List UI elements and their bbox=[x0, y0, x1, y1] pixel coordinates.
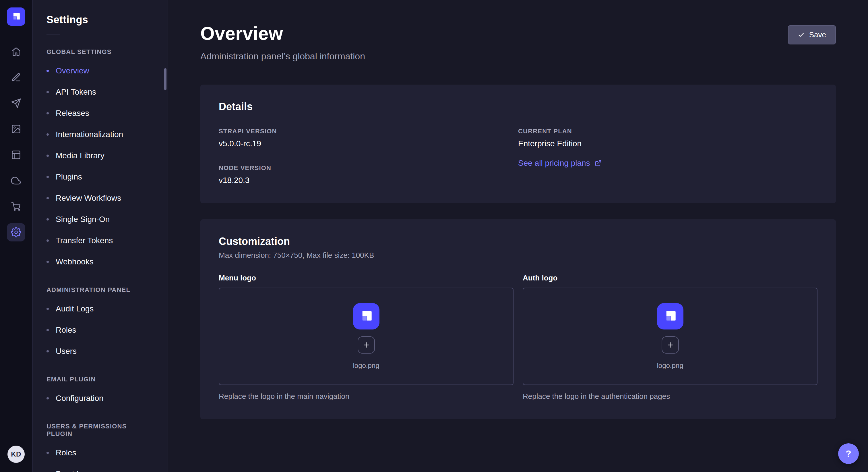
settings-nav-up-providers[interactable]: Providers bbox=[33, 463, 167, 472]
check-icon bbox=[798, 32, 805, 38]
menu-logo-caption: Replace the logo in the main navigation bbox=[219, 392, 514, 401]
section-users-permissions-plugin: USERS & PERMISSIONS PLUGIN bbox=[33, 409, 167, 442]
marketplace-icon bbox=[11, 201, 21, 212]
customization-card: Customization Max dimension: 750×750, Ma… bbox=[200, 220, 836, 419]
bullet-dot bbox=[46, 452, 49, 454]
nav-media-library-button[interactable] bbox=[7, 120, 25, 138]
nav-releases-button[interactable] bbox=[7, 94, 25, 112]
auth-logo-label: Auth logo bbox=[523, 274, 817, 282]
auth-logo-upload: Auth logo bbox=[523, 274, 817, 401]
nav-content-type-builder-button[interactable] bbox=[7, 146, 25, 164]
field-value: v18.20.3 bbox=[219, 176, 271, 185]
settings-nav-plugins[interactable]: Plugins bbox=[33, 166, 167, 188]
strapi-logo-button[interactable] bbox=[7, 7, 25, 26]
nav-home-button[interactable] bbox=[7, 42, 25, 61]
page-title: Overview bbox=[200, 23, 365, 44]
current-plan-field: CURRENT PLAN Enterprise Edition bbox=[518, 128, 582, 148]
nav-item-label: Configuration bbox=[56, 394, 104, 403]
save-button-label: Save bbox=[809, 30, 826, 39]
details-card-title: Details bbox=[219, 101, 817, 113]
nav-content-manager-button[interactable] bbox=[7, 68, 25, 87]
nav-item-label: Media Library bbox=[56, 151, 104, 160]
main-nav-icon-list bbox=[7, 42, 25, 241]
bullet-dot bbox=[46, 218, 49, 221]
bullet-dot bbox=[46, 239, 49, 242]
menu-logo-upload: Menu logo bbox=[219, 274, 514, 401]
user-avatar[interactable]: KD bbox=[7, 446, 25, 463]
bullet-dot bbox=[46, 397, 49, 400]
settings-nav-audit-logs[interactable]: Audit Logs bbox=[33, 298, 167, 319]
auth-logo-preview bbox=[657, 303, 683, 330]
settings-nav-up-roles[interactable]: Roles bbox=[33, 442, 167, 463]
strapi-version-field: STRAPI VERSION v5.0.0-rc.19 bbox=[219, 128, 277, 148]
bullet-dot bbox=[46, 91, 49, 93]
nav-marketplace-button[interactable] bbox=[7, 197, 25, 216]
nav-item-label: Releases bbox=[56, 109, 89, 118]
nav-item-label: API Tokens bbox=[56, 88, 96, 97]
save-button[interactable]: Save bbox=[788, 25, 836, 44]
bullet-dot bbox=[46, 197, 49, 199]
settings-nav-single-sign-on[interactable]: Single Sign-On bbox=[33, 209, 167, 230]
bullet-dot bbox=[46, 329, 49, 331]
field-label: NODE VERSION bbox=[219, 164, 271, 172]
settings-nav-review-workflows[interactable]: Review Workflows bbox=[33, 188, 167, 209]
bullet-dot bbox=[46, 70, 49, 72]
page-header: Overview Administration panel’s global i… bbox=[200, 23, 836, 62]
auth-logo-dropzone[interactable]: logo.png bbox=[523, 288, 817, 385]
strapi-logo-icon bbox=[10, 10, 22, 23]
nav-item-label: Users bbox=[56, 347, 76, 356]
field-label: STRAPI VERSION bbox=[219, 128, 277, 135]
page-subtitle: Administration panel’s global informatio… bbox=[200, 51, 365, 62]
strapi-logo-icon bbox=[661, 307, 679, 326]
nav-item-label: Plugins bbox=[56, 172, 82, 181]
auth-logo-filename: logo.png bbox=[657, 362, 683, 370]
settings-nav-webhooks[interactable]: Webhooks bbox=[33, 251, 167, 272]
nav-item-label: Single Sign-On bbox=[56, 215, 110, 224]
settings-nav-admin-roles[interactable]: Roles bbox=[33, 319, 167, 341]
app-root: KD Settings GLOBAL SETTINGS Overview API… bbox=[0, 0, 868, 472]
nav-item-label: Webhooks bbox=[56, 257, 94, 266]
releases-icon bbox=[11, 98, 21, 108]
settings-nav-email-configuration[interactable]: Configuration bbox=[33, 388, 167, 409]
settings-title: Settings bbox=[46, 14, 154, 26]
nav-item-label: Providers bbox=[56, 469, 90, 472]
settings-nav-admin-users[interactable]: Users bbox=[33, 341, 167, 362]
customization-card-title: Customization bbox=[219, 235, 817, 247]
bullet-dot bbox=[46, 112, 49, 114]
settings-nav-media-library[interactable]: Media Library bbox=[33, 145, 167, 166]
field-label: CURRENT PLAN bbox=[518, 128, 582, 135]
external-link-icon bbox=[595, 160, 601, 167]
settings-nav-internationalization[interactable]: Internationalization bbox=[33, 124, 167, 145]
section-global-settings: GLOBAL SETTINGS bbox=[33, 34, 167, 60]
section-email-plugin: EMAIL PLUGIN bbox=[33, 362, 167, 388]
pricing-plans-link[interactable]: See all pricing plans bbox=[518, 159, 601, 168]
node-version-field: NODE VERSION v18.20.3 bbox=[219, 164, 271, 185]
subnav-scrollbar-thumb[interactable] bbox=[164, 68, 166, 90]
menu-logo-dropzone[interactable]: logo.png bbox=[219, 288, 514, 385]
media-library-icon bbox=[11, 124, 21, 134]
bullet-dot bbox=[46, 261, 49, 263]
add-menu-logo-button[interactable] bbox=[358, 336, 375, 353]
nav-item-label: Review Workflows bbox=[56, 194, 121, 203]
nav-deploy-button[interactable] bbox=[7, 171, 25, 190]
settings-nav-releases[interactable]: Releases bbox=[33, 103, 167, 124]
add-auth-logo-button[interactable] bbox=[662, 336, 679, 353]
main-content: Overview Administration panel’s global i… bbox=[168, 0, 868, 472]
settings-nav-api-tokens[interactable]: API Tokens bbox=[33, 81, 167, 103]
settings-nav-transfer-tokens[interactable]: Transfer Tokens bbox=[33, 230, 167, 251]
nav-settings-button[interactable] bbox=[7, 223, 25, 241]
help-button[interactable]: ? bbox=[838, 443, 859, 464]
plus-icon bbox=[362, 341, 370, 349]
home-icon bbox=[11, 46, 21, 57]
content-type-builder-icon bbox=[11, 150, 21, 160]
settings-nav-overview[interactable]: Overview bbox=[33, 60, 167, 81]
field-value: Enterprise Edition bbox=[518, 139, 582, 148]
menu-logo-preview bbox=[353, 303, 379, 330]
section-administration-panel: ADMINISTRATION PANEL bbox=[33, 272, 167, 298]
field-value: v5.0.0-rc.19 bbox=[219, 139, 277, 148]
settings-subnav: Settings GLOBAL SETTINGS Overview API To… bbox=[33, 0, 168, 472]
nav-item-label: Transfer Tokens bbox=[56, 236, 113, 245]
settings-icon bbox=[11, 227, 21, 237]
plus-icon bbox=[666, 341, 674, 349]
bullet-dot bbox=[46, 350, 49, 352]
